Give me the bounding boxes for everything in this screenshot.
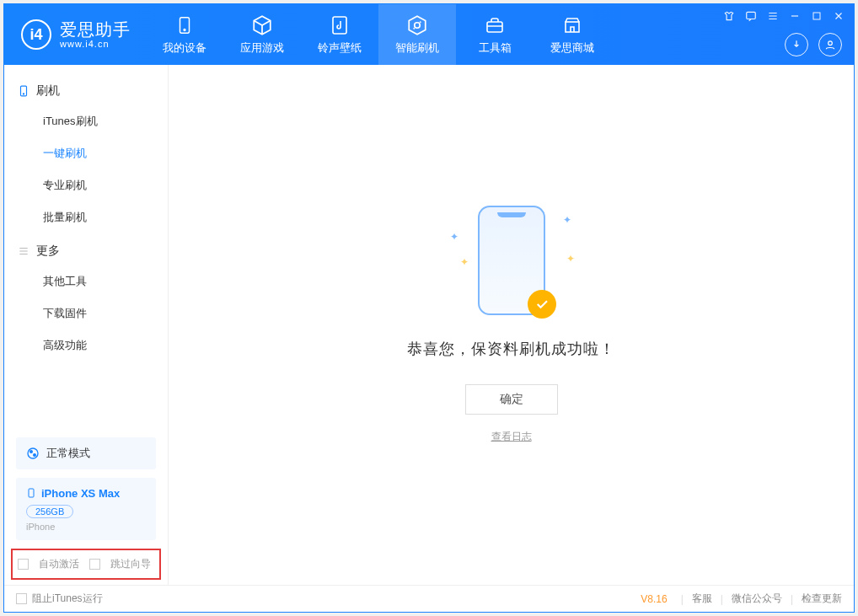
sidebar-section-label: 更多: [36, 244, 60, 259]
svg-point-10: [28, 448, 38, 458]
main-content: ✦ ✦ ✦ ✦ 恭喜您，保资料刷机成功啦！ 确定 查看日志: [169, 65, 854, 585]
brand: i4 爱思助手 www.i4.cn: [4, 19, 146, 50]
store-icon: [560, 13, 584, 37]
sparkle-icon: ✦: [566, 253, 575, 265]
sidebar-item-flash-2[interactable]: 专业刷机: [4, 169, 168, 201]
mode-label: 正常模式: [46, 446, 90, 461]
sidebar-section-flash: 刷机: [4, 73, 168, 105]
titlebar-actions: [785, 33, 842, 56]
footer: 阻止iTunes运行 V8.16 | 客服 | 微信公众号 | 检查更新: [4, 585, 854, 612]
device-icon: [18, 83, 29, 99]
auto-activate-label: 自动激活: [39, 557, 79, 571]
svg-rect-6: [813, 13, 820, 19]
brand-title: 爱思助手: [60, 20, 131, 39]
sparkle-icon: ✦: [563, 214, 571, 226]
success-illustration: ✦ ✦ ✦ ✦: [448, 206, 575, 324]
ok-button[interactable]: 确定: [465, 384, 558, 415]
options-row: 自动激活 跳过向导: [11, 549, 161, 580]
sidebar-item-flash-0[interactable]: iTunes刷机: [4, 105, 168, 137]
sidebar-item-flash-3[interactable]: 批量刷机: [4, 201, 168, 233]
feedback-icon[interactable]: [744, 9, 758, 23]
footer-link-wechat[interactable]: 微信公众号: [732, 592, 782, 606]
svg-point-12: [34, 454, 36, 457]
phone-icon: [173, 13, 196, 37]
minimize-icon[interactable]: [788, 9, 802, 23]
refresh-icon: [405, 13, 429, 37]
view-log-link[interactable]: 查看日志: [491, 430, 532, 444]
nav-tab-label: 智能刷机: [395, 40, 439, 56]
svg-rect-5: [747, 12, 756, 19]
device-box[interactable]: iPhone XS Max 256GB iPhone: [16, 478, 156, 540]
nav-tab-3[interactable]: 智能刷机: [378, 4, 456, 65]
menu-icon[interactable]: [766, 9, 780, 23]
user-icon[interactable]: [818, 33, 842, 56]
auto-activate-checkbox[interactable]: [18, 559, 29, 570]
svg-rect-2: [333, 17, 346, 34]
list-icon: [18, 245, 29, 257]
sidebar-item-more-1[interactable]: 下载固件: [4, 297, 168, 329]
nav-tab-label: 应用游戏: [240, 40, 284, 56]
svg-point-9: [23, 94, 24, 94]
nav-tabs: 我的设备应用游戏铃声壁纸智能刷机工具箱爱思商城: [146, 4, 611, 65]
sidebar: 刷机 iTunes刷机一键刷机专业刷机批量刷机 更多 其他工具下载固件高级功能 …: [4, 65, 169, 585]
nav-tab-label: 爱思商城: [550, 40, 594, 56]
sparkle-icon: ✦: [460, 256, 469, 268]
body: 刷机 iTunes刷机一键刷机专业刷机批量刷机 更多 其他工具下载固件高级功能 …: [4, 65, 854, 585]
maximize-icon[interactable]: [810, 9, 823, 23]
device-storage-badge: 256GB: [26, 505, 73, 518]
footer-link-support[interactable]: 客服: [692, 592, 712, 606]
nav-tab-0[interactable]: 我的设备: [146, 4, 223, 65]
nav-tab-label: 铃声壁纸: [318, 40, 362, 56]
sidebar-item-flash-1[interactable]: 一键刷机: [4, 137, 168, 169]
sidebar-item-more-0[interactable]: 其他工具: [4, 265, 168, 297]
sidebar-section-label: 刷机: [36, 83, 60, 99]
phone-small-icon: [26, 486, 36, 500]
brand-logo-icon: i4: [21, 19, 51, 50]
success-check-icon: [528, 290, 556, 319]
sparkle-icon: ✦: [450, 231, 458, 243]
device-name: iPhone XS Max: [41, 487, 120, 500]
svg-rect-13: [29, 489, 34, 497]
nav-tab-2[interactable]: 铃声壁纸: [301, 4, 378, 65]
cube-icon: [250, 13, 274, 37]
nav-tab-1[interactable]: 应用游戏: [223, 4, 301, 65]
svg-point-11: [30, 451, 33, 453]
toolbox-icon: [483, 13, 507, 37]
version-label: V8.16: [641, 593, 667, 605]
nav-tab-label: 我的设备: [163, 40, 206, 56]
sidebar-section-more: 更多: [4, 233, 168, 265]
nav-tab-4[interactable]: 工具箱: [456, 4, 534, 65]
block-itunes-label: 阻止iTunes运行: [32, 592, 103, 606]
brand-subtitle: www.i4.cn: [60, 39, 131, 49]
block-itunes-checkbox[interactable]: [16, 593, 27, 604]
svg-rect-3: [487, 22, 502, 32]
app-window: i4 爱思助手 www.i4.cn 我的设备应用游戏铃声壁纸智能刷机工具箱爱思商…: [3, 3, 855, 613]
mode-icon: [26, 447, 40, 460]
nav-tab-5[interactable]: 爱思商城: [534, 4, 611, 65]
svg-point-1: [184, 29, 185, 31]
download-icon[interactable]: [785, 33, 808, 56]
music-icon: [328, 13, 351, 37]
nav-tab-label: 工具箱: [479, 40, 512, 56]
success-message: 恭喜您，保资料刷机成功啦！: [407, 339, 615, 359]
skip-guide-label: 跳过向导: [110, 557, 151, 571]
titlebar: i4 爱思助手 www.i4.cn 我的设备应用游戏铃声壁纸智能刷机工具箱爱思商…: [4, 4, 854, 65]
device-type: iPhone: [26, 522, 146, 532]
skip-guide-checkbox[interactable]: [89, 559, 100, 570]
sidebar-item-more-2[interactable]: 高级功能: [4, 329, 168, 362]
mode-box[interactable]: 正常模式: [16, 437, 156, 469]
footer-link-update[interactable]: 检查更新: [802, 592, 842, 606]
window-controls: [722, 9, 845, 23]
svg-point-7: [829, 41, 833, 46]
tshirt-icon[interactable]: [722, 9, 736, 23]
close-icon[interactable]: [832, 9, 845, 23]
